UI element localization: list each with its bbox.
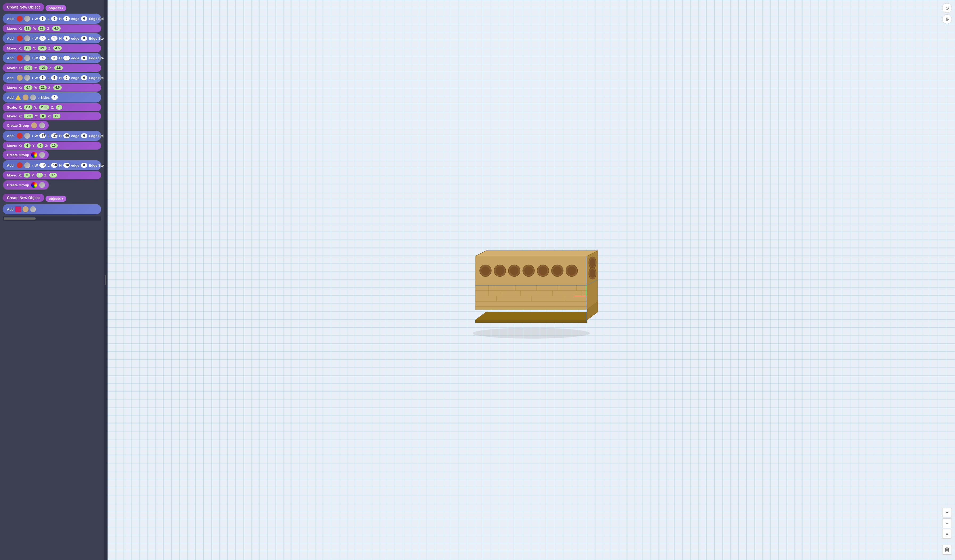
z-value-5[interactable]: 19 [53,114,60,119]
edge-value-6[interactable]: 0 [81,133,87,138]
shape-pyramid-1[interactable] [15,95,21,100]
color-red-4[interactable] [17,133,23,139]
scale-x-1[interactable]: 2.4 [24,105,33,109]
z-value-4[interactable]: 4.5 [53,85,62,90]
zoom-reset-button[interactable]: = [942,529,952,539]
create-group-color-gray-3[interactable] [39,182,45,188]
l-value-1[interactable]: 5 [51,16,58,21]
edge-value-3[interactable]: 0 [81,56,87,60]
color-gray-8[interactable] [30,206,36,212]
x-label-7: X: [19,173,22,177]
w-value-2[interactable]: 5 [39,36,46,41]
l-value-3[interactable]: 5 [51,56,58,60]
z-value-2[interactable]: 4.5 [53,46,62,50]
h-value-1[interactable]: 9 [63,16,70,21]
zoom-out-button[interactable]: − [942,518,952,528]
edge-label-6: edge [71,134,79,138]
add-block-8: Add [3,204,101,214]
color-gray-3[interactable] [24,55,30,61]
create-group-color-gray-1[interactable] [39,122,45,128]
nav-icon-circle-1[interactable]: ⊙ [942,3,952,13]
svg-point-48 [590,269,595,278]
svg-point-42 [553,266,562,275]
z-value-1[interactable]: 4.5 [52,26,61,31]
chevron-left-5: ‹ [38,95,39,100]
edge-value-1[interactable]: 0 [81,16,87,21]
x-value-2[interactable]: 19 [24,46,31,50]
object-name-badge-1[interactable]: object3 ▾ [45,5,67,11]
x-value-1[interactable]: 19 [24,26,31,31]
color-red-2[interactable] [17,35,23,41]
color-gray-7[interactable] [24,163,30,168]
z-value-7[interactable]: 17 [49,173,57,178]
create-new-object-row-1: Create New Object object3 ▾ [3,3,101,13]
horizontal-scrollbar[interactable] [3,216,101,221]
x-value-3[interactable]: -24 [24,66,33,70]
scale-block-1: Scale: X: 2.4 Y: 2.35 Z: 1 [3,103,101,111]
color-tan-3[interactable] [23,206,28,212]
color-gray-6[interactable] [24,133,30,139]
h-value-4[interactable]: 9 [63,75,70,80]
y-value-5[interactable]: 0 [40,114,46,119]
sides-value-1[interactable]: 4 [52,95,58,100]
trash-button[interactable] [942,545,952,555]
w-label-3: W [34,56,38,60]
z-value-3[interactable]: 4.5 [54,66,63,70]
create-group-block-3[interactable]: Create Group [3,180,49,189]
nav-icon-circle-2[interactable]: ⊕ [942,14,952,24]
x-value-7[interactable]: 0 [24,173,30,178]
color-gray-1[interactable] [24,16,30,22]
w-value-1[interactable]: 5 [39,16,46,21]
h-value-2[interactable]: 9 [63,36,70,41]
create-group-block-1[interactable]: Create Group [3,121,49,130]
zoom-in-button[interactable]: + [942,508,952,518]
color-gray-4[interactable] [24,75,30,81]
y-value-1[interactable]: 21 [38,26,45,31]
edge-label-1: edge [71,17,79,21]
z-value-6[interactable]: 10 [50,143,58,148]
l-value-7[interactable]: 50 [51,163,58,168]
color-magenta-1[interactable] [15,206,21,212]
object-name-badge-2[interactable]: object4 ▾ [45,196,67,202]
y-value-4[interactable]: 21 [39,85,47,90]
color-red-1[interactable] [17,16,23,22]
create-group-color-multi-2[interactable] [31,182,37,188]
w-value-4[interactable]: 5 [39,75,46,80]
chevron-left-6: ‹ [32,134,33,138]
h-value-6[interactable]: 60 [63,133,70,138]
color-gray-2[interactable] [24,35,30,41]
w-value-3[interactable]: 5 [39,56,46,60]
scale-z-1[interactable]: 1 [56,105,62,109]
y-value-6[interactable]: 0 [37,143,43,148]
y-value-2[interactable]: -21 [38,46,47,50]
color-gray-5[interactable] [30,94,36,100]
create-group-color-gray-2[interactable] [39,152,45,158]
color-tan-1[interactable] [17,75,23,81]
scale-y-1[interactable]: 2.35 [39,105,49,109]
create-new-object-button-2[interactable]: Create New Object [3,194,44,202]
l-value-2[interactable]: 5 [51,36,58,41]
x-value-6[interactable]: -3 [24,143,31,148]
create-group-color-tan-1[interactable] [31,122,37,128]
create-group-block-2[interactable]: Create Group [3,150,49,160]
l-value-6[interactable]: 37 [51,133,58,138]
y-value-7[interactable]: 0 [36,173,43,178]
create-new-object-button-1[interactable]: Create New Object [3,3,44,11]
y-value-3[interactable]: -21 [39,66,48,70]
color-tan-2[interactable] [23,94,28,100]
l-value-4[interactable]: 5 [51,75,58,80]
color-red-5[interactable] [17,163,23,168]
w-value-7[interactable]: 50 [39,163,46,168]
color-red-3[interactable] [17,55,23,61]
edge-value-7[interactable]: 0 [81,163,87,168]
create-new-object-label-1: Create New Object [7,5,40,9]
edge-value-2[interactable]: 0 [81,36,87,41]
x-value-4[interactable]: -24 [24,85,33,90]
create-group-color-multi-1[interactable] [31,152,37,158]
h-value-7[interactable]: 10 [63,163,70,168]
edge-value-4[interactable]: 0 [81,75,87,80]
x-value-5[interactable]: -2.5 [24,114,33,119]
w-label-4: W [34,76,38,80]
w-value-6[interactable]: 37 [39,133,46,138]
h-value-3[interactable]: 9 [63,56,70,60]
